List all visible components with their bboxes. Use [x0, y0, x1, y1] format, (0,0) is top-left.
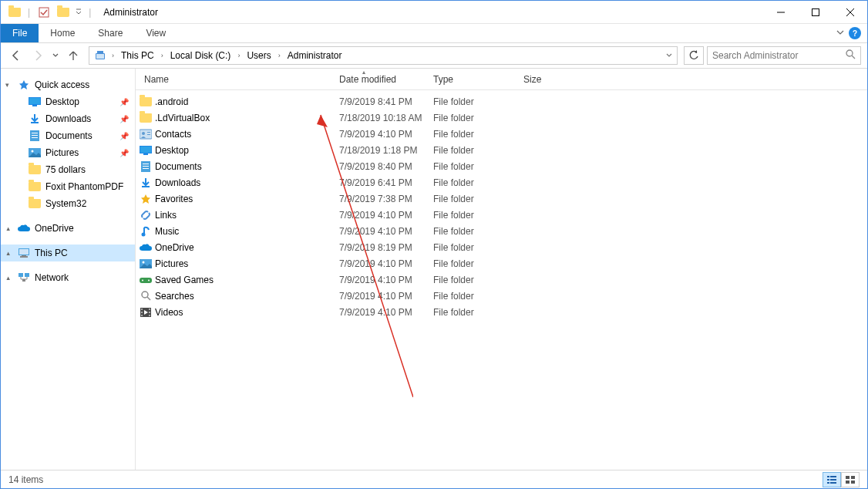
svg-rect-7	[29, 98, 40, 104]
recent-locations-button[interactable]	[50, 46, 61, 65]
file-row[interactable]: .android7/9/2019 8:41 PMFile folder	[136, 93, 867, 110]
desktop-icon	[29, 96, 41, 108]
expand-icon[interactable]: ▸	[4, 276, 12, 280]
qat-separator: |	[28, 7, 30, 18]
address-chevron-icon[interactable]: ›	[109, 52, 116, 59]
file-row[interactable]: Documents7/9/2019 8:40 PMFile folder	[136, 158, 867, 174]
svg-rect-46	[149, 315, 150, 316]
address-root-icon[interactable]	[91, 47, 109, 64]
file-row[interactable]: Links7/9/2019 4:10 PMFile folder	[136, 207, 867, 223]
column-date[interactable]: Date modified	[335, 69, 429, 89]
help-icon[interactable]: ?	[849, 27, 861, 39]
column-size[interactable]: Size	[519, 69, 573, 89]
breadcrumb-segment[interactable]: Users	[242, 47, 275, 64]
svg-rect-51	[827, 479, 829, 481]
tab-home[interactable]: Home	[39, 24, 86, 42]
pin-icon: 📌	[119, 149, 129, 157]
svg-rect-12	[32, 137, 38, 138]
address-bar[interactable]: › This PC › Local Disk (C:) › Users › Ad…	[89, 46, 678, 65]
nav-onedrive[interactable]: ▸ OneDrive	[1, 220, 135, 237]
address-chevron-icon[interactable]: ›	[235, 52, 242, 59]
address-chevron-icon[interactable]: ›	[276, 52, 283, 59]
file-row[interactable]: Saved Games7/9/2019 4:10 PMFile folder	[136, 271, 867, 288]
back-button[interactable]	[7, 46, 25, 65]
search-box[interactable]	[707, 46, 861, 65]
search-input[interactable]	[712, 50, 846, 61]
properties-qat-icon[interactable]	[36, 5, 51, 19]
pictures-icon	[140, 258, 152, 270]
file-row[interactable]: .LdVirtualBox7/18/2019 10:18 AMFile fold…	[136, 110, 867, 126]
file-row[interactable]: Music7/9/2019 4:10 PMFile folder	[136, 223, 867, 239]
new-folder-qat-icon[interactable]	[56, 5, 70, 19]
nav-foxit[interactable]: Foxit PhantomPDF	[1, 178, 135, 195]
onedrive-icon	[18, 222, 30, 234]
nav-this-pc[interactable]: ▸ This PC	[1, 244, 135, 261]
expand-icon[interactable]: ▸	[4, 251, 12, 255]
file-name: Music	[155, 226, 179, 237]
address-dropdown-icon[interactable]	[666, 52, 672, 59]
nav-pictures[interactable]: Pictures 📌	[1, 144, 135, 161]
tab-share[interactable]: Share	[86, 24, 134, 42]
nav-desktop[interactable]: Desktop 📌	[1, 93, 135, 110]
svg-rect-0	[39, 8, 49, 17]
svg-rect-3	[97, 51, 103, 54]
column-name[interactable]: Name	[140, 69, 335, 89]
svg-rect-43	[141, 315, 143, 316]
address-chevron-icon[interactable]: ›	[159, 52, 166, 59]
content-pane: ▴ Name Date modified Type Size .android7…	[136, 69, 867, 470]
file-type: File folder	[429, 161, 519, 172]
svg-rect-16	[19, 249, 29, 255]
svg-rect-30	[143, 164, 149, 164]
status-item-count: 14 items	[8, 474, 43, 485]
svg-point-33	[142, 232, 146, 236]
videos-icon	[140, 306, 152, 319]
svg-point-38	[148, 279, 150, 281]
view-thumbnails-button[interactable]	[841, 472, 860, 487]
pin-icon: 📌	[119, 132, 129, 140]
column-type[interactable]: Type	[429, 69, 519, 89]
nav-quick-access[interactable]: ▾ Quick access	[1, 76, 135, 93]
tab-view[interactable]: View	[134, 24, 177, 42]
nav-network[interactable]: ▸ Network	[1, 269, 135, 286]
file-date: 7/9/2019 8:40 PM	[335, 161, 429, 172]
file-row[interactable]: OneDrive7/9/2019 8:19 PMFile folder	[136, 239, 867, 255]
svg-rect-49	[827, 476, 829, 477]
file-row[interactable]: Contacts7/9/2019 4:10 PMFile folder	[136, 126, 867, 142]
expand-icon[interactable]: ▾	[5, 81, 9, 89]
svg-rect-53	[827, 482, 829, 484]
file-list: .android7/9/2019 8:41 PMFile folder.LdVi…	[136, 90, 867, 323]
file-row[interactable]: Pictures7/9/2019 4:10 PMFile folder	[136, 255, 867, 271]
qat-customize-icon[interactable]	[75, 4, 82, 21]
file-row[interactable]: Videos7/9/2019 4:10 PMFile folder	[136, 304, 867, 320]
breadcrumb-segment[interactable]: Administrator	[283, 47, 347, 64]
file-row[interactable]: Downloads7/9/2019 6:41 PMFile folder	[136, 174, 867, 191]
search-icon[interactable]	[846, 49, 856, 62]
up-button[interactable]	[64, 46, 82, 65]
file-row[interactable]: Desktop7/18/2019 1:18 PMFile folder	[136, 142, 867, 158]
close-button[interactable]	[833, 1, 867, 23]
minimize-button[interactable]	[763, 1, 798, 23]
folder-icon	[29, 197, 41, 210]
refresh-button[interactable]	[684, 46, 704, 65]
view-details-button[interactable]	[823, 472, 841, 487]
svg-rect-41	[141, 309, 143, 310]
maximize-button[interactable]	[798, 1, 833, 23]
nav-documents[interactable]: Documents 📌	[1, 127, 135, 144]
ribbon-expand-icon[interactable]	[836, 29, 844, 38]
expand-icon[interactable]: ▸	[4, 227, 12, 231]
svg-rect-25	[147, 134, 150, 135]
tab-file[interactable]: File	[1, 24, 39, 42]
nav-label: Desktop	[45, 96, 79, 107]
forward-button[interactable]	[29, 46, 47, 65]
breadcrumb-segment[interactable]: This PC	[116, 47, 159, 64]
file-row[interactable]: Searches7/9/2019 4:10 PMFile folder	[136, 288, 867, 304]
file-date: 7/9/2019 4:10 PM	[335, 258, 429, 269]
file-name: Videos	[155, 307, 183, 318]
nav-75dollars[interactable]: 75 dollars	[1, 161, 135, 178]
file-date: 7/9/2019 4:10 PM	[335, 210, 429, 221]
nav-label: 75 dollars	[45, 164, 86, 175]
file-row[interactable]: Favorites7/9/2019 7:38 PMFile folder	[136, 191, 867, 207]
nav-downloads[interactable]: Downloads 📌	[1, 110, 135, 127]
breadcrumb-segment[interactable]: Local Disk (C:)	[166, 47, 236, 64]
nav-system32[interactable]: System32	[1, 195, 135, 212]
